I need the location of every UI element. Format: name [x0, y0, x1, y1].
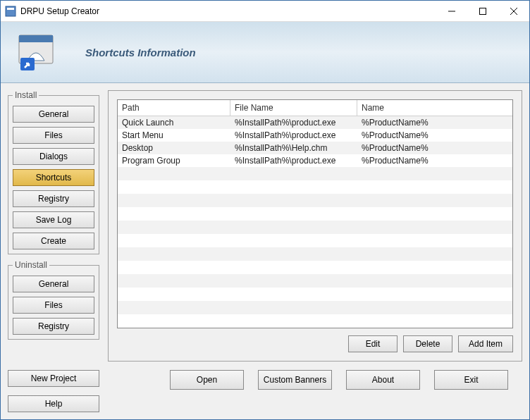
install-create-button[interactable]: Create: [13, 233, 94, 249]
about-button[interactable]: About: [346, 370, 420, 390]
minimize-button[interactable]: [436, 1, 467, 21]
content-area: Install GeneralFilesDialogsShortcutsRegi…: [1, 83, 529, 419]
install-shortcuts-button[interactable]: Shortcuts: [13, 169, 94, 186]
svg-rect-3: [480, 8, 486, 14]
table-row[interactable]: Desktop%InstallPath%\Help.chm%ProductNam…: [118, 142, 512, 154]
table-body: Quick Launch%InstallPath%\product.exe%Pr…: [118, 116, 512, 167]
cell-file: %InstallPath%\product.exe: [230, 116, 357, 129]
table-actions: Edit Delete Add Item: [117, 335, 513, 352]
table-row-empty: [118, 180, 512, 194]
window-title: DRPU Setup Creator: [20, 6, 436, 16]
cell-name: %ProductName%: [357, 154, 512, 167]
install-save-log-button[interactable]: Save Log: [13, 211, 94, 228]
uninstall-registry-button[interactable]: Registry: [13, 318, 94, 335]
install-legend: Install: [13, 90, 39, 100]
table-row-empty: [118, 194, 512, 207]
table-row-empty: [118, 261, 512, 274]
uninstall-group: Uninstall GeneralFilesRegistry: [8, 260, 99, 340]
sidebar: Install GeneralFilesDialogsShortcutsRegi…: [8, 90, 99, 362]
svg-rect-7: [19, 35, 53, 42]
cell-name: %ProductName%: [357, 116, 512, 129]
table-row-empty: [118, 247, 512, 261]
maximize-button[interactable]: [467, 1, 498, 21]
table-row-empty: [118, 234, 512, 247]
install-dialogs-button[interactable]: Dialogs: [13, 148, 94, 165]
shortcuts-table: Path File Name Name Quick Launch%Install…: [117, 99, 513, 328]
main-panel: Path File Name Name Quick Launch%Install…: [108, 90, 522, 362]
col-filename[interactable]: File Name: [230, 100, 357, 116]
table-row-empty: [118, 167, 512, 180]
table-row-empty: [118, 207, 512, 221]
table-row-empty: [118, 274, 512, 288]
cell-file: %InstallPath%\Help.chm: [230, 142, 357, 154]
close-button[interactable]: [498, 1, 529, 21]
uninstall-general-button[interactable]: General: [13, 276, 94, 292]
page-title: Shortcuts Information: [85, 47, 196, 58]
uninstall-legend: Uninstall: [13, 260, 49, 270]
cell-file: %InstallPath%\product.exe: [230, 154, 357, 167]
cell-name: %ProductName%: [357, 129, 512, 142]
table-row-empty: [118, 314, 512, 328]
header-banner: Shortcuts Information: [1, 22, 529, 83]
add-item-button[interactable]: Add Item: [458, 335, 513, 352]
install-registry-button[interactable]: Registry: [13, 190, 94, 207]
table-row[interactable]: Start Menu%InstallPath%\product.exe%Prod…: [118, 129, 512, 142]
cell-name: %ProductName%: [357, 142, 512, 154]
exit-button[interactable]: Exit: [434, 370, 508, 390]
table-row-empty: [118, 221, 512, 234]
app-icon: [5, 6, 16, 17]
col-path[interactable]: Path: [118, 100, 230, 116]
cell-path: Start Menu: [118, 129, 230, 142]
footer: New Project Help Open Custom Banners Abo…: [8, 370, 522, 412]
shortcut-logo-icon: [15, 31, 57, 73]
uninstall-files-button[interactable]: Files: [13, 297, 94, 314]
cell-path: Quick Launch: [118, 116, 230, 129]
custom-banners-button[interactable]: Custom Banners: [258, 370, 332, 390]
titlebar: DRPU Setup Creator: [1, 1, 529, 22]
col-name[interactable]: Name: [357, 100, 512, 116]
install-general-button[interactable]: General: [13, 106, 94, 123]
table-row-empty: [118, 288, 512, 301]
new-project-button[interactable]: New Project: [8, 370, 99, 387]
cell-file: %InstallPath%\product.exe: [230, 129, 357, 142]
open-button[interactable]: Open: [170, 370, 244, 390]
cell-path: Program Group: [118, 154, 230, 167]
app-window: DRPU Setup Creator Shortcuts Information…: [0, 0, 530, 420]
table-row[interactable]: Quick Launch%InstallPath%\product.exe%Pr…: [118, 116, 512, 129]
table-row-empty: [118, 301, 512, 314]
install-files-button[interactable]: Files: [13, 127, 94, 144]
svg-rect-1: [7, 8, 14, 10]
edit-button[interactable]: Edit: [348, 335, 398, 352]
cell-path: Desktop: [118, 142, 230, 154]
install-group: Install GeneralFilesDialogsShortcutsRegi…: [8, 90, 99, 254]
help-button[interactable]: Help: [8, 395, 99, 412]
table-header: Path File Name Name: [118, 100, 512, 116]
delete-button[interactable]: Delete: [403, 335, 452, 352]
table-row[interactable]: Program Group%InstallPath%\product.exe%P…: [118, 154, 512, 167]
